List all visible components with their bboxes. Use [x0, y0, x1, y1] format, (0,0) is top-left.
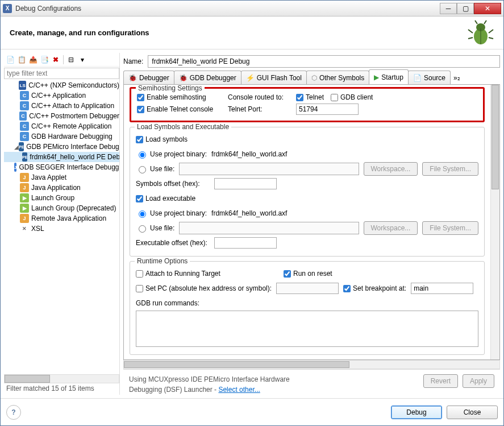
- exec-use-project-radio[interactable]: Use project binary:: [136, 209, 207, 218]
- window-title: Debug Configurations: [15, 5, 440, 13]
- tree-item[interactable]: CC/C++ Remote Application: [4, 121, 119, 131]
- tree-item[interactable]: JGDB SEGGER Interface Debugging: [4, 162, 119, 172]
- name-label: Name:: [123, 57, 143, 65]
- bug-icon: 🐞: [128, 74, 137, 82]
- collapse-all-icon[interactable]: ▾: [77, 55, 88, 65]
- tree-label: C/C++ Remote Application: [31, 122, 111, 130]
- startup-tab-content: Semihosting Settings Enable semihosting …: [123, 85, 500, 360]
- exec-use-file-radio[interactable]: Use file:: [136, 224, 174, 233]
- content-vscroll[interactable]: [490, 85, 499, 359]
- exec-offset-input[interactable]: [214, 237, 277, 249]
- tab-source[interactable]: 📄Source: [408, 71, 451, 84]
- set-pc-input[interactable]: [276, 283, 339, 294]
- sym-file-input[interactable]: [179, 163, 359, 175]
- export-icon[interactable]: 📤: [28, 55, 38, 65]
- exec-file-input[interactable]: [179, 222, 359, 234]
- content-hscroll[interactable]: [123, 360, 500, 369]
- tree-item[interactable]: JJava Application: [4, 183, 119, 193]
- semihosting-title: Semihosting Settings: [136, 85, 205, 92]
- tree-item[interactable]: ▶Launch Group: [4, 193, 119, 203]
- tab-other-symbols[interactable]: ⬡Other Symbols: [306, 71, 369, 84]
- run-on-reset-checkbox[interactable]: Run on reset: [284, 270, 332, 278]
- attach-checkbox[interactable]: Attach to Running Target: [136, 270, 261, 278]
- left-toolbar: 📄 📋 📤 📑 ✖ ⊟ ▾: [4, 53, 119, 67]
- tree-label: Java Application: [31, 184, 81, 192]
- tree-item[interactable]: LSC/C++ (NXP Semiconductors): [4, 80, 119, 90]
- sym-workspace-button[interactable]: Workspace...: [364, 162, 418, 176]
- project-binary-value: frdmk64f_hello_world.axf: [211, 150, 287, 158]
- lg-icon: ▶: [20, 193, 29, 202]
- revert-button[interactable]: Revert: [423, 374, 458, 388]
- expand-icon[interactable]: ◢: [14, 144, 19, 150]
- tree-hscroll[interactable]: [4, 374, 119, 383]
- set-pc-checkbox[interactable]: Set PC (absolute hex address or symbol):: [136, 284, 272, 292]
- telnet-port-input[interactable]: [296, 104, 359, 115]
- tree-item[interactable]: PEfrdmk64f_hello_world PE Debug: [4, 152, 119, 162]
- tree-item[interactable]: ▶Launch Group (Deprecated): [4, 203, 119, 213]
- tree-label: GDB PEMicro Interface Debugging: [26, 143, 119, 151]
- apply-button[interactable]: Apply: [463, 374, 494, 388]
- header-title: Create, manage, and run configurations: [10, 28, 149, 37]
- config-tree[interactable]: LSC/C++ (NXP Semiconductors)CC/C++ Appli…: [4, 80, 119, 374]
- load-symbols-checkbox[interactable]: Load symbols: [136, 132, 478, 147]
- sym-filesystem-button[interactable]: File System...: [422, 162, 478, 176]
- debug-button[interactable]: Debug: [391, 406, 442, 419]
- svg-line-7: [475, 20, 477, 24]
- use-file-radio[interactable]: Use file:: [136, 164, 174, 173]
- tree-item[interactable]: JRemote Java Application: [4, 213, 119, 224]
- load-exec-checkbox[interactable]: Load executable: [136, 191, 478, 206]
- exec-workspace-button[interactable]: Workspace...: [364, 221, 418, 235]
- tree-item[interactable]: JJava Applet: [4, 172, 119, 183]
- left-pane: 📄 📋 📤 📑 ✖ ⊟ ▾ LSC/C++ (NXP Semiconductor…: [4, 53, 120, 395]
- launcher-row: Using MCUXpresso IDE PEMicro Interface H…: [123, 369, 500, 395]
- c-icon: C: [20, 122, 29, 131]
- enable-semihosting-checkbox[interactable]: Enable semihosting: [137, 93, 228, 101]
- maximize-button[interactable]: ▢: [457, 3, 474, 14]
- tree-item[interactable]: CC/C++ Postmortem Debugger: [4, 111, 119, 121]
- help-icon[interactable]: ?: [6, 405, 21, 420]
- minimize-button[interactable]: ─: [440, 3, 457, 14]
- semihosting-group: Semihosting Settings Enable semihosting …: [130, 87, 485, 122]
- titlebar: X Debug Configurations ─ ▢ ✕: [1, 1, 503, 16]
- tab-gui-flash-tool[interactable]: ⚡GUI Flash Tool: [241, 71, 307, 84]
- tree-item[interactable]: ◢PEGDB PEMicro Interface Debugging: [4, 142, 119, 152]
- j-icon: J: [20, 183, 29, 192]
- tree-item[interactable]: CC/C++ Attach to Application: [4, 101, 119, 111]
- header: Create, manage, and run configurations: [1, 16, 503, 49]
- name-input[interactable]: [148, 55, 500, 68]
- play-icon: ▶: [374, 73, 379, 81]
- window-close-button[interactable]: ✕: [474, 3, 501, 14]
- close-button[interactable]: Close: [447, 406, 498, 419]
- separator: [63, 55, 64, 64]
- tree-item[interactable]: CGDB Hardware Debugging: [4, 131, 119, 142]
- launcher-line2: Debugging (DSF) Launcher -: [129, 386, 218, 394]
- expand-all-icon[interactable]: ⊟: [66, 55, 76, 65]
- enable-telnet-checkbox[interactable]: Enable Telnet console: [137, 105, 228, 113]
- new-config-icon[interactable]: 📄: [5, 55, 15, 65]
- svg-line-3: [468, 30, 473, 33]
- select-other-link[interactable]: Select other...: [218, 386, 260, 394]
- tree-item[interactable]: CC/C++ Application: [4, 90, 119, 101]
- tab-debugger[interactable]: 🐞Debugger: [123, 71, 174, 84]
- use-project-binary-radio[interactable]: Use project binary:: [136, 150, 207, 159]
- tabs-overflow[interactable]: »₂: [450, 72, 464, 84]
- lg-icon: ▶: [20, 204, 29, 213]
- filter-input[interactable]: [4, 68, 119, 79]
- exec-filesystem-button[interactable]: File System...: [422, 221, 478, 235]
- symbols-offset-input[interactable]: [214, 178, 277, 189]
- gdb-commands-textarea[interactable]: [136, 311, 478, 347]
- tree-item[interactable]: ✕XSL: [4, 224, 119, 234]
- new-proto-icon[interactable]: 📋: [16, 55, 27, 65]
- jl-icon: J: [14, 163, 16, 172]
- tab-gdb-debugger[interactable]: 🐞GDB Debugger: [174, 71, 241, 84]
- delete-icon[interactable]: ✖: [51, 55, 61, 65]
- duplicate-icon[interactable]: 📑: [39, 55, 49, 65]
- set-breakpoint-checkbox[interactable]: Set breakpoint at:: [343, 284, 406, 292]
- svg-line-4: [468, 38, 473, 39]
- footer: ? Debug Close: [1, 398, 503, 425]
- tab-startup[interactable]: ▶Startup: [369, 69, 409, 84]
- telnet-checkbox[interactable]: Telnet: [296, 93, 324, 101]
- gdb-client-checkbox[interactable]: GDB client: [331, 93, 373, 101]
- breakpoint-input[interactable]: [411, 283, 473, 294]
- svg-line-5: [489, 30, 493, 33]
